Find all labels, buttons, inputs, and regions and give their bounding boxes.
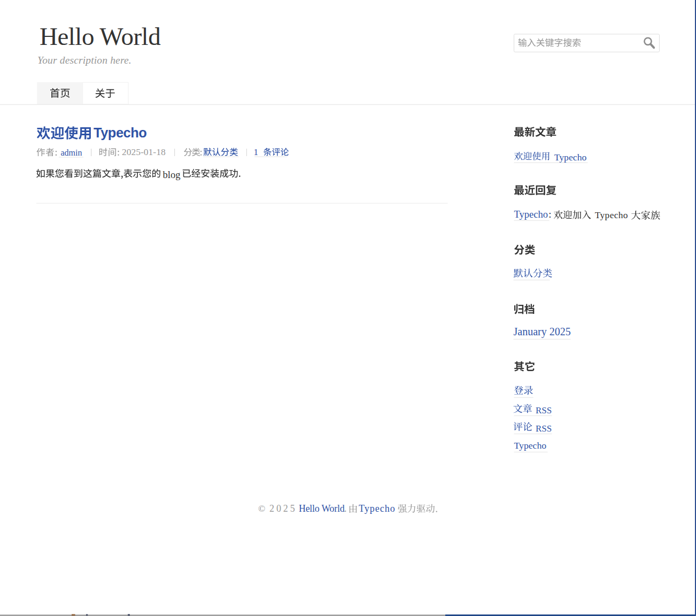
- svg-text:©: ©: [258, 503, 265, 514]
- svg-text:RSS: RSS: [536, 424, 552, 434]
- svg-text:Typecho: Typecho: [554, 152, 587, 163]
- svg-text:blog: blog: [163, 170, 181, 180]
- svg-text:January 2025: January 2025: [514, 326, 571, 338]
- svg-text::: :: [548, 209, 551, 220]
- svg-text:Your description here.: Your description here.: [37, 55, 132, 66]
- svg-text:1: 1: [254, 147, 259, 157]
- svg-text:2025-01-18: 2025-01-18: [122, 147, 166, 157]
- svg-text:Typecho: Typecho: [514, 440, 547, 451]
- svg-text:Typecho: Typecho: [595, 210, 628, 220]
- svg-text:RSS: RSS: [536, 405, 552, 415]
- svg-text:admin: admin: [61, 148, 82, 157]
- svg-text:Typecho: Typecho: [94, 125, 146, 140]
- svg-text:Hello World: Hello World: [40, 22, 160, 50]
- svg-text:2025: 2025: [269, 503, 297, 514]
- svg-text:Typecho: Typecho: [359, 503, 396, 514]
- svg-text:.: .: [344, 503, 347, 514]
- svg-text:Typecho: Typecho: [514, 209, 548, 220]
- svg-text:Hello World: Hello World: [299, 503, 345, 514]
